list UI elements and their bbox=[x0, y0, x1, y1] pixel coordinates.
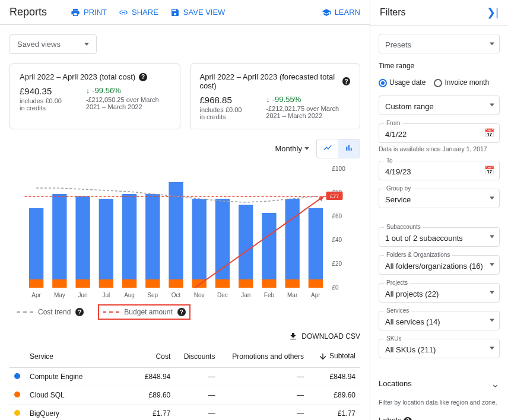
calendar-icon[interactable]: 📅 bbox=[484, 128, 494, 138]
bar[interactable] bbox=[99, 279, 113, 288]
table-row[interactable]: Compute Engine £848.94 — — £848.94 bbox=[9, 368, 360, 386]
col-cost[interactable]: Cost bbox=[136, 346, 175, 368]
table-row[interactable]: BigQuery £1.77 — — £1.77 bbox=[9, 405, 360, 421]
svg-text:Jan: Jan bbox=[241, 292, 250, 298]
chart-view-toggle bbox=[316, 139, 360, 158]
period-dropdown[interactable]: Monthly bbox=[275, 144, 309, 153]
svg-text:Mar: Mar bbox=[287, 292, 298, 298]
bar[interactable] bbox=[145, 279, 160, 288]
bar[interactable] bbox=[99, 199, 113, 279]
saved-views-dropdown[interactable]: Saved views bbox=[9, 34, 97, 54]
print-icon bbox=[71, 8, 80, 17]
help-icon[interactable]: ? bbox=[139, 73, 147, 81]
locations-section[interactable]: Locations ⌄ bbox=[379, 377, 500, 390]
bar[interactable] bbox=[309, 279, 323, 288]
chevron-down-icon bbox=[490, 347, 494, 350]
summary-card: April 2022 – April 2023 (total cost)? £9… bbox=[9, 63, 180, 129]
bar[interactable] bbox=[145, 194, 160, 279]
bar[interactable] bbox=[239, 205, 253, 279]
svg-text:Sep: Sep bbox=[147, 292, 158, 298]
help-icon[interactable]: ? bbox=[75, 308, 84, 316]
help-icon[interactable]: ? bbox=[404, 417, 412, 420]
svg-text:Jun: Jun bbox=[78, 292, 88, 298]
projects-dropdown[interactable]: Projects All projects (22) bbox=[379, 283, 500, 303]
color-dot bbox=[14, 410, 20, 416]
bar[interactable] bbox=[29, 279, 43, 288]
print-button[interactable]: PRINT bbox=[71, 8, 107, 17]
bar[interactable] bbox=[309, 208, 323, 279]
card-delta: ↓ -99.55% bbox=[266, 95, 301, 104]
group-by-dropdown[interactable]: Group by Service bbox=[379, 189, 500, 208]
line-view-button[interactable] bbox=[317, 139, 338, 158]
help-icon[interactable]: ? bbox=[342, 77, 350, 85]
share-button[interactable]: SHARE bbox=[119, 8, 158, 17]
bar[interactable] bbox=[29, 208, 43, 279]
bar[interactable] bbox=[75, 279, 90, 288]
bar[interactable] bbox=[122, 194, 136, 279]
color-dot bbox=[14, 373, 20, 379]
svg-text:Jul: Jul bbox=[102, 292, 110, 298]
to-date-input[interactable]: To 4/19/23 📅 bbox=[379, 161, 500, 180]
svg-text:£100: £100 bbox=[332, 166, 346, 172]
date-range-dropdown[interactable]: Custom range bbox=[379, 96, 500, 115]
summary-cards: April 2022 – April 2023 (total cost)? £9… bbox=[9, 63, 360, 129]
chevron-down-icon bbox=[490, 291, 494, 294]
bar[interactable] bbox=[285, 199, 299, 279]
from-date-input[interactable]: From 4/1/22 📅 bbox=[379, 123, 500, 143]
download-csv-button[interactable]: DOWNLOAD CSV bbox=[288, 332, 360, 341]
folders-dropdown[interactable]: Folders & Organizations All folders/orga… bbox=[379, 255, 500, 275]
download-icon bbox=[288, 332, 298, 341]
usage-date-radio[interactable]: Usage date bbox=[379, 78, 426, 87]
labels-section[interactable]: Labels ? ⌄ bbox=[379, 414, 500, 420]
chevron-down-icon bbox=[490, 42, 494, 45]
chevron-down-icon bbox=[490, 197, 494, 200]
skus-dropdown[interactable]: SKUs All SKUs (211) bbox=[379, 339, 500, 358]
bar[interactable] bbox=[215, 279, 230, 288]
svg-text:Apr: Apr bbox=[31, 292, 41, 298]
filters-panel: Filters ❯| Presets Time range Usage date… bbox=[370, 0, 508, 420]
services-dropdown[interactable]: Services All services (14) bbox=[379, 311, 500, 330]
col-discounts[interactable]: Discounts bbox=[175, 346, 220, 368]
chevron-down-icon bbox=[490, 104, 494, 107]
col-promo[interactable]: Promotions and others bbox=[220, 346, 309, 368]
cost-table: Service Cost Discounts Promotions and ot… bbox=[9, 346, 360, 420]
bar[interactable] bbox=[262, 213, 276, 279]
collapse-panel-button[interactable]: ❯| bbox=[487, 6, 499, 19]
sort-desc-icon bbox=[318, 352, 328, 361]
legend-budget: Budget amount ? bbox=[98, 304, 190, 320]
bar[interactable] bbox=[52, 194, 66, 279]
subaccounts-dropdown[interactable]: Subaccounts 1 out of 2 subaccounts bbox=[379, 227, 500, 247]
col-subtotal[interactable]: Subtotal bbox=[309, 346, 360, 368]
chevron-down-icon bbox=[490, 236, 494, 238]
link-icon bbox=[119, 8, 128, 17]
bar[interactable] bbox=[192, 199, 207, 279]
col-service[interactable]: Service bbox=[25, 346, 136, 368]
chevron-down-icon bbox=[490, 319, 494, 322]
time-range-label: Time range bbox=[379, 62, 500, 70]
svg-text:May: May bbox=[54, 292, 65, 298]
bar[interactable] bbox=[122, 279, 136, 288]
bar[interactable] bbox=[215, 199, 230, 279]
svg-text:£0: £0 bbox=[332, 284, 339, 291]
chevron-down-icon: ⌄ bbox=[491, 414, 500, 420]
bar[interactable] bbox=[169, 279, 183, 288]
learn-button[interactable]: LEARN bbox=[322, 8, 360, 17]
calendar-icon[interactable]: 📅 bbox=[484, 166, 494, 175]
card-amount: £968.85 bbox=[200, 95, 245, 105]
svg-text:Feb: Feb bbox=[264, 292, 275, 298]
help-icon[interactable]: ? bbox=[177, 308, 186, 316]
presets-dropdown[interactable]: Presets bbox=[379, 34, 500, 53]
save-view-button[interactable]: SAVE VIEW bbox=[170, 8, 226, 17]
line-chart-icon bbox=[323, 143, 332, 152]
from-hint: Data is available since January 1, 2017 bbox=[379, 145, 500, 152]
invoice-month-radio[interactable]: Invoice month bbox=[434, 78, 489, 87]
bar[interactable] bbox=[52, 279, 66, 288]
bar-view-button[interactable] bbox=[338, 139, 360, 158]
table-row[interactable]: Cloud SQL £89.60 — — £89.60 bbox=[9, 386, 360, 405]
svg-text:Aug: Aug bbox=[124, 292, 135, 298]
bar[interactable] bbox=[285, 279, 299, 288]
bar[interactable] bbox=[75, 196, 90, 279]
chevron-down-icon bbox=[304, 147, 309, 150]
bar[interactable] bbox=[239, 279, 253, 288]
bar[interactable] bbox=[262, 279, 276, 288]
